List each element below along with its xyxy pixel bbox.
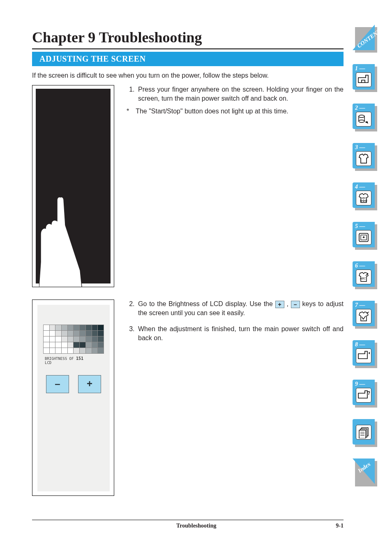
ordered-steps-2: Go to the Brightness of LCD display. Use… <box>127 300 344 342</box>
step-2-comma: , <box>284 300 291 307</box>
page-content: Chapter 9 Troubleshooting ADJUSTING THE … <box>32 29 344 496</box>
svg-text:✿✿✿: ✿✿✿ <box>360 199 367 202</box>
chapter-title: Chapter 9 Troubleshooting <box>32 29 344 46</box>
tab-6[interactable]: 6 — ABC <box>353 261 375 287</box>
sewing-machine-star-icon: ✦ <box>356 348 371 363</box>
shirt-abc-icon: ABC✿✿✿ <box>356 191 371 205</box>
brightness-buttons-row: – + <box>37 375 110 393</box>
tab-3-num: 3 — <box>355 144 365 151</box>
brightness-label-line1: BRIGHTNESS OF <box>45 357 74 361</box>
shirt-design-icon <box>356 309 371 324</box>
tab-3[interactable]: 3 — <box>353 143 375 168</box>
shirt-icon <box>356 151 371 166</box>
section-heading: ADJUSTING THE SCREEN <box>32 52 344 66</box>
minus-button[interactable]: – <box>46 375 69 393</box>
step-1: Press your finger anywhere on the screen… <box>136 85 344 103</box>
footer-right: 9-1 <box>336 523 344 529</box>
thread-spool-icon <box>356 112 371 127</box>
brightness-label-line2: LCD <box>45 361 51 365</box>
lcd-inner: BRIGHTNESS OF 151 LCD – + <box>37 305 110 491</box>
sewing-machine-question-icon: ?! <box>356 388 371 403</box>
plus-button[interactable]: + <box>78 375 101 393</box>
tab-9[interactable]: 9 — ?! <box>353 380 375 405</box>
tab-appendix[interactable] <box>353 419 375 445</box>
tab-1-num: 1 — <box>355 65 365 72</box>
finger-icon <box>39 196 84 287</box>
tab-6-num: 6 — <box>355 263 365 269</box>
content-row-1: Press your finger anywhere on the screen… <box>32 85 344 287</box>
tab-1[interactable]: 1 — <box>353 64 375 90</box>
svg-text:✦: ✦ <box>368 351 370 355</box>
tab-5[interactable]: 5 — ✦ <box>353 222 375 247</box>
step-2: Go to the Brightness of LCD display. Use… <box>136 300 344 317</box>
steps-block-2: Go to the Brightness of LCD display. Use… <box>127 300 344 496</box>
svg-rect-12 <box>359 430 366 438</box>
step-note: * The "Start/Stop" button does not light… <box>127 107 344 116</box>
content-row-2: BRIGHTNESS OF 151 LCD – + Go to the Brig… <box>32 300 344 496</box>
svg-text:?!: ?! <box>367 390 370 396</box>
tab-4-num: 4 — <box>355 184 365 190</box>
svg-text:ABC: ABC <box>360 277 366 280</box>
tab-2[interactable]: 2 — <box>353 104 375 129</box>
black-screen-figure <box>32 85 114 287</box>
tab-index[interactable]: Index <box>353 459 375 484</box>
steps-block-1: Press your finger anywhere on the screen… <box>127 85 344 287</box>
brightness-gradient-grid <box>43 325 104 354</box>
svg-point-1 <box>359 120 364 122</box>
step-3: When the adjustment is finished, turn th… <box>136 325 344 342</box>
note-text: The "Start/Stop" button does not light u… <box>136 108 288 115</box>
embroidery-frame-icon: ✦ <box>356 230 371 245</box>
brightness-value: 151 <box>76 356 83 361</box>
footer-left <box>32 523 57 529</box>
tab-7-num: 7 — <box>355 302 365 309</box>
document-stack-icon <box>356 425 371 440</box>
title-underline <box>32 48 344 49</box>
minus-key-icon: – <box>291 301 300 308</box>
page-footer: Troubleshooting 9-1 <box>32 520 344 529</box>
step-2-pre: Go to the Brightness of LCD display. Use… <box>138 300 275 307</box>
note-marker: * <box>127 107 134 116</box>
tab-2-num: 2 — <box>355 105 365 111</box>
ordered-steps-1: Press your finger anywhere on the screen… <box>127 85 344 103</box>
sewing-machine-icon <box>356 72 371 87</box>
side-tabs: CONTENTS 1 — 2 — 3 — 4 — ABC✿✿✿ 5 — ✦ <box>353 25 378 484</box>
lcd-brightness-figure: BRIGHTNESS OF 151 LCD – + <box>32 300 114 496</box>
tab-5-num: 5 — <box>355 223 365 230</box>
tab-8[interactable]: 8 — ✦ <box>353 340 375 366</box>
tab-8-num: 8 — <box>355 341 365 348</box>
svg-text:✦: ✦ <box>362 235 365 240</box>
brightness-label: BRIGHTNESS OF 151 LCD <box>45 356 110 365</box>
tab-contents[interactable]: CONTENTS <box>353 25 375 50</box>
tab-9-num: 9 — <box>355 381 365 387</box>
svg-point-0 <box>359 115 364 118</box>
shirt-edit-icon: ABC <box>356 270 371 284</box>
plus-key-icon: + <box>275 301 284 308</box>
tab-4[interactable]: 4 — ABC✿✿✿ <box>353 182 375 208</box>
footer-center: Troubleshooting <box>176 523 217 529</box>
intro-text: If the screen is difficult to see when y… <box>32 72 344 79</box>
tab-7[interactable]: 7 — <box>353 301 375 326</box>
